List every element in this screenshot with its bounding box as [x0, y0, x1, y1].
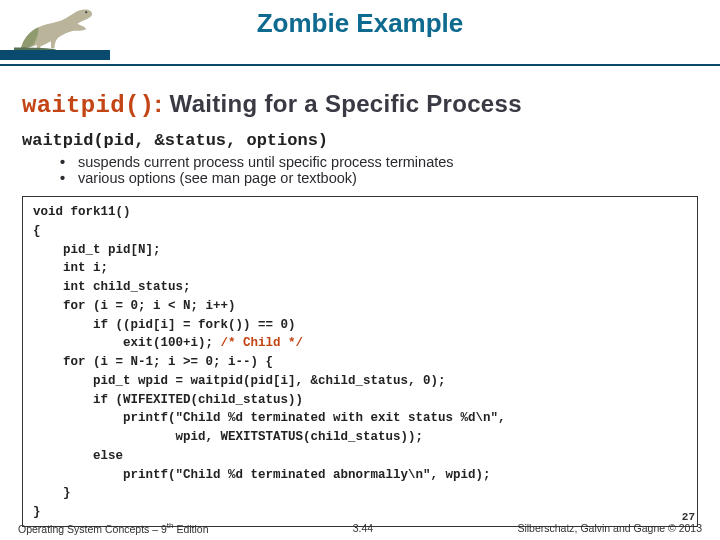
- footer-left: Operating System Concepts – 9th Edition: [18, 521, 209, 535]
- code-line: int child_status;: [33, 280, 191, 294]
- code-line: for (i = N-1; i >= 0; i--) {: [33, 355, 273, 369]
- svg-point-1: [85, 11, 87, 13]
- heading-colon: :: [154, 90, 162, 117]
- function-name: waitpid(): [22, 92, 154, 119]
- code-line: pid_t pid[N];: [33, 243, 161, 257]
- section-heading: waitpid(): Waiting for a Specific Proces…: [22, 90, 698, 119]
- code-line: void fork11(): [33, 205, 131, 219]
- footer-right: Silberschatz, Galvin and Gagne © 2013: [517, 522, 702, 534]
- code-line: else: [33, 449, 123, 463]
- code-line: if (WIFEXITED(child_status)): [33, 393, 303, 407]
- footer-left-sup: th: [167, 521, 174, 530]
- code-comment: /* Child */: [221, 336, 304, 350]
- code-line: pid_t wpid = waitpid(pid[i], &child_stat…: [33, 374, 446, 388]
- bullet-item: suspends current process until specific …: [78, 154, 698, 170]
- slide-title: Zombie Example: [0, 0, 720, 39]
- code-line: }: [33, 486, 71, 500]
- bullet-item: various options (see man page or textboo…: [78, 170, 698, 186]
- heading-rest: Waiting for a Specific Process: [163, 90, 522, 117]
- code-line: for (i = 0; i < N; i++): [33, 299, 236, 313]
- function-signature: waitpid(pid, &status, options): [22, 131, 698, 150]
- page-number: 3.44: [209, 522, 518, 534]
- code-block: void fork11() { pid_t pid[N]; int i; int…: [22, 196, 698, 527]
- code-line: int i;: [33, 261, 108, 275]
- slide-footer: Operating System Concepts – 9th Edition …: [0, 521, 720, 535]
- footer-left-a: Operating System Concepts – 9: [18, 522, 167, 534]
- slide-header: Zombie Example: [0, 0, 720, 60]
- dinosaur-logo: [14, 4, 102, 54]
- slide-body: waitpid(): Waiting for a Specific Proces…: [0, 66, 720, 527]
- code-line: {: [33, 224, 41, 238]
- header-accent-bar: [0, 50, 110, 60]
- code-line: wpid, WEXITSTATUS(child_status));: [33, 430, 423, 444]
- code-line: printf("Child %d terminated abnormally\n…: [33, 468, 491, 482]
- bullet-list: suspends current process until specific …: [22, 154, 698, 186]
- code-line: if ((pid[i] = fork()) == 0): [33, 318, 296, 332]
- code-line: printf("Child %d terminated with exit st…: [33, 411, 506, 425]
- code-line: exit(100+i);: [33, 336, 221, 350]
- code-line: }: [33, 505, 41, 519]
- footer-left-b: Edition: [174, 522, 209, 534]
